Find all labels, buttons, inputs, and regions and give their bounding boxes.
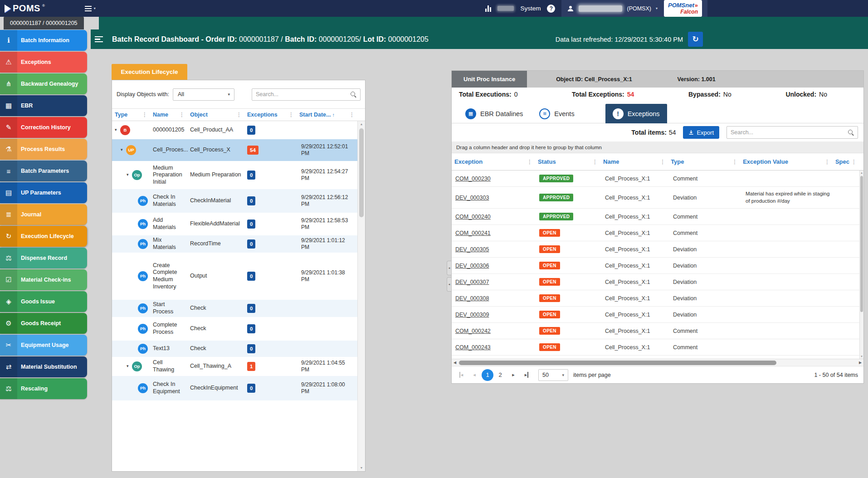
collapse-icon[interactable]: ▾: [127, 172, 132, 177]
scrollbar-thumb[interactable]: [860, 176, 863, 312]
tab-ebr-datalines[interactable]: ▦ EBR Datalines: [458, 104, 530, 123]
exception-row[interactable]: DEV_000306OPENCell_Process_X:1Deviation: [452, 258, 859, 274]
collapse-icon[interactable]: ▾: [121, 147, 126, 152]
exception-link[interactable]: DEV_000303: [455, 195, 489, 201]
column-menu-icon[interactable]: ⋮: [177, 112, 185, 118]
exceptions-search-input[interactable]: [731, 129, 848, 136]
exception-link[interactable]: DEV_000305: [455, 246, 489, 253]
scroll-down-icon[interactable]: ▼: [358, 465, 365, 471]
unit-proc-instance-tab[interactable]: Unit Proc Instance: [452, 71, 527, 88]
pager-last-button[interactable]: ▸: [521, 369, 532, 381]
batch-tab[interactable]: 0000001187 / 0000001205: [4, 17, 84, 29]
sidebar-item-backward-genealogy[interactable]: ⋔Backward Genealogy: [0, 73, 87, 94]
column-header-status[interactable]: Status⋮: [535, 153, 600, 170]
chart-icon[interactable]: [485, 5, 491, 12]
tree-row[interactable]: PhCheck In EquipmentCheckInEquipment09/2…: [112, 376, 357, 400]
sidebar-item-process-results[interactable]: ⚗Process Results: [0, 139, 87, 160]
tree-row[interactable]: ▾OpMedium Preparation InitialMedium Prep…: [112, 161, 357, 189]
vertical-scrollbar[interactable]: ▲ ▼: [859, 171, 863, 359]
collapse-left-icon[interactable]: ◂: [447, 261, 451, 275]
scroll-left-icon[interactable]: ◀: [452, 359, 458, 366]
refresh-button[interactable]: ↻: [688, 32, 703, 47]
page-size-select[interactable]: 50 ▾: [538, 369, 568, 381]
column-menu-icon[interactable]: ⋮: [658, 159, 665, 165]
column-menu-icon[interactable]: ⋮: [823, 159, 830, 165]
sidebar-item-execution-lifecycle[interactable]: ↻Execution Lifecycle: [0, 226, 87, 247]
tab-events[interactable]: ≡ Events: [532, 104, 581, 123]
scroll-up-icon[interactable]: ▲: [358, 121, 365, 127]
tree-row[interactable]: PhStart ProcessCheck0: [112, 300, 357, 317]
column-header-name[interactable]: Name⋮: [600, 153, 668, 170]
tree-row[interactable]: PhText13Check0: [112, 341, 357, 357]
exception-row[interactable]: OPEN: [452, 356, 859, 359]
exception-link[interactable]: COM_000240: [455, 214, 491, 220]
sidebar-item-goods-receipt[interactable]: ⚙Goods Receipt: [0, 313, 87, 334]
sidebar-item-exceptions[interactable]: ⚠Exceptions: [0, 52, 87, 73]
sidebar-item-ebr[interactable]: ▦EBR: [0, 95, 87, 116]
tree-row[interactable]: PhMix MaterialsRecordTime09/29/2021 1:01…: [112, 235, 357, 253]
sidebar-item-journal[interactable]: ≣Journal: [0, 204, 87, 225]
column-header-type[interactable]: Type⋮: [668, 153, 740, 170]
column-menu-icon[interactable]: ⋮: [234, 112, 242, 118]
column-menu-icon[interactable]: ⋮: [525, 159, 532, 165]
exception-row[interactable]: COM_000241OPENCell_Process_X:1Comment: [452, 225, 859, 241]
tree-row[interactable]: PhCreate Complete Medium InventoryOutput…: [112, 253, 357, 300]
exception-row[interactable]: DEV_000307OPENCell_Process_X:1Deviation: [452, 274, 859, 290]
column-header-type[interactable]: Type⋮: [112, 109, 150, 121]
sidebar-item-material-check-ins[interactable]: ☑Material Check-ins: [0, 269, 87, 290]
exception-row[interactable]: DEV_000308OPENCell_Process_X:1Deviation: [452, 290, 859, 307]
column-header-name[interactable]: Name⋮: [150, 109, 187, 121]
sidebar-item-rescaling[interactable]: ⚖Rescaling: [0, 378, 87, 399]
display-objects-dropdown[interactable]: All ▾: [173, 88, 234, 101]
exception-link[interactable]: DEV_000309: [455, 312, 489, 318]
column-header-start-date[interactable]: Start Date...↑⋮: [297, 109, 357, 121]
exception-link[interactable]: COM_000230: [455, 176, 491, 182]
tree-row[interactable]: PhAdd MaterialsFlexibleAddMaterial09/29/…: [112, 213, 357, 235]
column-menu-icon[interactable]: ⋮: [730, 159, 737, 165]
column-header-spec[interactable]: Spec⋮: [833, 153, 859, 170]
sidebar-item-dispense-record[interactable]: ⚖Dispense Record: [0, 248, 87, 268]
scrollbar-thumb[interactable]: [459, 361, 776, 365]
page-button-2[interactable]: 2: [494, 369, 506, 381]
tree-row[interactable]: ▾B0000001205Cell_Product_AA0: [112, 121, 357, 139]
scroll-up-icon[interactable]: ▲: [860, 171, 863, 175]
exception-row[interactable]: COM_000230APPROVEDCell_Process_X:1Commen…: [452, 171, 859, 187]
column-menu-icon[interactable]: ⋮: [849, 159, 857, 165]
search-icon[interactable]: [848, 130, 854, 136]
exception-row[interactable]: DEV_000303APPROVEDCell_Process_X:1Deviat…: [452, 187, 859, 209]
help-icon[interactable]: ?: [547, 5, 555, 13]
collapse-left-icon[interactable]: ◂: [447, 277, 451, 292]
tab-exceptions[interactable]: ! Exceptions: [605, 104, 667, 123]
collapse-icon[interactable]: ▾: [115, 127, 120, 132]
sidebar-item-batch-information[interactable]: ℹBatch Information: [0, 30, 87, 51]
system-label[interactable]: System: [520, 5, 541, 12]
exception-link[interactable]: COM_000242: [455, 328, 491, 334]
sidebar-item-correction-history[interactable]: ✎Correction History: [0, 117, 87, 138]
collapse-icon[interactable]: ▾: [127, 364, 132, 369]
exception-row[interactable]: DEV_000305OPENCell_Process_X:1Deviation: [452, 241, 859, 258]
tree-row[interactable]: PhCheck In MaterialsCheckInMaterial09/29…: [112, 189, 357, 213]
exception-link[interactable]: DEV_000306: [455, 263, 489, 269]
sidebar-item-goods-issue[interactable]: ◈Goods Issue: [0, 291, 87, 312]
pager-prev-button[interactable]: ◂: [468, 369, 480, 381]
column-menu-icon[interactable]: ⋮: [140, 112, 147, 118]
sidebar-item-equipment-usage[interactable]: ✂Equipment Usage: [0, 335, 87, 356]
pager-next-button[interactable]: ▸: [507, 369, 519, 381]
tree-row[interactable]: ▾UPCell_Proces...Cell_Process_X549/29/20…: [112, 139, 357, 161]
scrollbar-thumb[interactable]: [359, 128, 364, 217]
vertical-scrollbar[interactable]: ▲ ▼: [357, 121, 365, 471]
user-menu[interactable]: (POMSX) ▾ POMSnet» Falcon: [561, 0, 707, 17]
sidebar-item-batch-parameters[interactable]: ≡Batch Parameters: [0, 161, 87, 181]
page-button-1[interactable]: 1: [482, 369, 493, 381]
search-icon[interactable]: [351, 92, 356, 98]
column-menu-icon[interactable]: ⋮: [590, 159, 598, 165]
tree-row[interactable]: PhComplete ProcessCheck0: [112, 317, 357, 341]
poms-logo[interactable]: POMS ®: [5, 3, 45, 14]
lifecycle-search-input[interactable]: [256, 91, 351, 98]
exception-row[interactable]: COM_000240APPROVEDCell_Process_X:1Commen…: [452, 209, 859, 225]
column-header-exceptions[interactable]: Exceptions⋮: [244, 109, 297, 121]
exception-row[interactable]: COM_000243OPENCell_Process_X:1Comment: [452, 339, 859, 356]
main-menu-button[interactable]: ▾: [85, 5, 96, 13]
column-menu-icon[interactable]: ⋮: [287, 112, 294, 118]
tree-row[interactable]: ▾OpCell ThawingCell_Thawing_A19/29/2021 …: [112, 357, 357, 376]
